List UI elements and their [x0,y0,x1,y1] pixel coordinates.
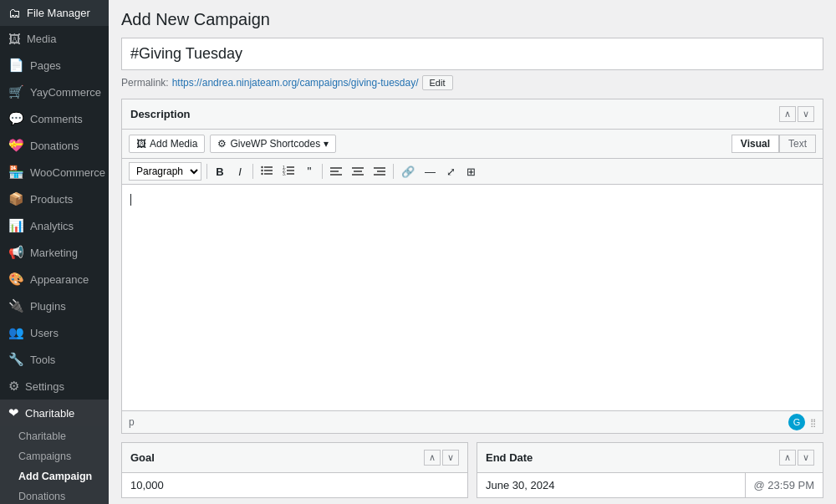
end-date-collapse-down-button[interactable]: ∨ [798,450,814,466]
ul-icon [261,165,273,178]
description-section: Description ∧ ∨ 🖼 Add Media ⚙ GiveWP Sho… [121,99,823,434]
sidebar-sub-item-charitable[interactable]: Charitable [0,426,109,446]
end-date-input[interactable] [477,473,745,497]
add-media-button[interactable]: 🖼 Add Media [129,135,205,153]
add-media-label: Add Media [150,138,197,150]
sidebar-item-label: Appearance [30,273,89,286]
end-date-time: @ 23:59 PM [745,473,823,497]
format-separator-4 [393,164,394,179]
sidebar-sub-item-campaigns[interactable]: Campaigns [0,446,109,466]
align-center-button[interactable] [348,164,368,180]
goal-collapse-up-button[interactable]: ∧ [424,450,441,466]
visual-text-tabs: Visual Text [732,135,816,153]
shortcodes-button[interactable]: ⚙ GiveWP Shortcodes ▾ [210,135,336,153]
sidebar-item-products[interactable]: 📦 Products [0,186,109,212]
fullscreen-button[interactable]: ⤢ [441,164,460,180]
end-date-section: End Date ∧ ∨ @ 23:59 PM [477,442,823,498]
align-center-icon [352,165,364,178]
sidebar-item-label: Analytics [30,220,74,232]
products-icon: 📦 [8,191,24,206]
permalink-link[interactable]: https://andrea.ninjateam.org/campaigns/g… [172,77,419,89]
resize-handle[interactable]: ⣿ [810,418,816,427]
goal-collapse-buttons: ∧ ∨ [424,450,459,466]
users-icon: 👥 [8,325,24,340]
page-title: Add New Campaign [121,10,823,29]
sidebar-item-charitable[interactable]: ❤ Charitable [0,400,109,426]
sidebar-item-label: File Manager [27,7,90,19]
italic-button[interactable]: I [231,164,249,180]
settings-icon: ⚙ [8,379,19,394]
sidebar-item-label: Donations [30,140,79,152]
editor-action-toolbar: 🖼 Add Media ⚙ GiveWP Shortcodes ▾ Visual… [122,130,823,159]
align-left-button[interactable] [326,164,346,180]
sidebar-item-label: Settings [25,380,64,393]
link-button[interactable]: 🔗 [397,164,419,180]
woocommerce-icon: 🏪 [8,165,24,180]
sidebar-item-pages[interactable]: 📄 Pages [0,52,109,79]
givewp-editor-icon[interactable]: G [788,414,805,430]
sidebar-item-tools[interactable]: 🔧 Tools [0,346,109,373]
sidebar-item-woocommerce[interactable]: 🏪 WooCommerce [0,159,109,186]
sidebar-item-label: Pages [30,59,61,72]
end-date-section-title: End Date [486,451,533,464]
sidebar-item-users[interactable]: 👥 Users [0,319,109,346]
sidebar-item-comments[interactable]: 💬 Comments [0,105,109,132]
tab-text[interactable]: Text [779,135,816,153]
hr-icon: — [425,165,436,178]
sidebar-item-label: Marketing [30,247,78,259]
horizontal-rule-button[interactable]: — [421,164,440,180]
permalink-edit-button[interactable]: Edit [422,75,453,90]
format-separator-3 [322,164,323,179]
sidebar-item-marketing[interactable]: 📢 Marketing [0,239,109,266]
blockquote-button[interactable]: " [300,163,319,180]
sidebar-item-label: Products [30,193,73,206]
sidebar-item-donations[interactable]: 💝 Donations [0,132,109,159]
sidebar-item-yaycommerce[interactable]: 🛒 YayCommerce [0,79,109,105]
paragraph-select[interactable]: Paragraph Heading 1 Heading 2 Heading 3 [129,162,201,181]
collapse-up-button[interactable]: ∧ [779,106,796,122]
sidebar-sub-item-add-campaign[interactable]: Add Campaign [0,466,109,486]
permalink-row: Permalink: https://andrea.ninjateam.org/… [121,75,823,90]
submenu-label: Donations [18,491,65,502]
editor-path: p [129,416,135,428]
collapse-buttons: ∧ ∨ [779,106,814,122]
file-manager-icon: 🗂 [8,6,21,20]
align-right-button[interactable] [370,164,390,180]
sidebar-item-appearance[interactable]: 🎨 Appearance [0,266,109,293]
submenu-label: Add Campaign [18,471,92,482]
sidebar: 🗂 File Manager 🖼 Media 📄 Pages 🛒 YayComm… [0,0,109,504]
sidebar-item-plugins[interactable]: 🔌 Plugins [0,293,109,319]
end-date-row: @ 23:59 PM [477,473,823,497]
campaign-title-input[interactable] [121,38,823,70]
end-date-collapse-up-button[interactable]: ∧ [779,450,796,466]
editor-content-area[interactable] [122,185,823,410]
goal-collapse-down-button[interactable]: ∨ [442,450,459,466]
ordered-list-button[interactable]: 1.2.3. [278,164,298,180]
goal-section-header: Goal ∧ ∨ [122,443,467,473]
description-section-title: Description [130,108,191,120]
end-date-collapse-buttons: ∧ ∨ [779,450,814,466]
unordered-list-button[interactable] [257,164,277,180]
sidebar-item-label: Comments [30,113,83,125]
sidebar-sub-item-donations[interactable]: Donations [0,486,109,504]
table-icon: ⊞ [466,165,476,178]
analytics-icon: 📊 [8,218,24,233]
permalink-label: Permalink: [121,77,169,89]
collapse-down-button[interactable]: ∨ [798,106,814,122]
end-date-section-header: End Date ∧ ∨ [477,443,823,473]
sidebar-item-label: Tools [30,354,55,366]
ol-icon: 1.2.3. [283,165,294,178]
goal-input[interactable] [122,473,467,497]
format-toolbar: Paragraph Heading 1 Heading 2 Heading 3 … [122,159,823,185]
sidebar-item-label: Plugins [30,300,66,313]
submenu-label: Charitable [18,430,66,442]
sidebar-item-media[interactable]: 🖼 Media [0,26,109,52]
add-media-icon: 🖼 [136,138,146,150]
sidebar-item-settings[interactable]: ⚙ Settings [0,373,109,400]
bold-button[interactable]: B [211,164,229,180]
table-button[interactable]: ⊞ [461,164,480,180]
sidebar-item-analytics[interactable]: 📊 Analytics [0,212,109,239]
tab-visual[interactable]: Visual [732,135,779,153]
givewp-icon-letter: G [793,417,801,427]
sidebar-item-file-manager[interactable]: 🗂 File Manager [0,0,109,26]
